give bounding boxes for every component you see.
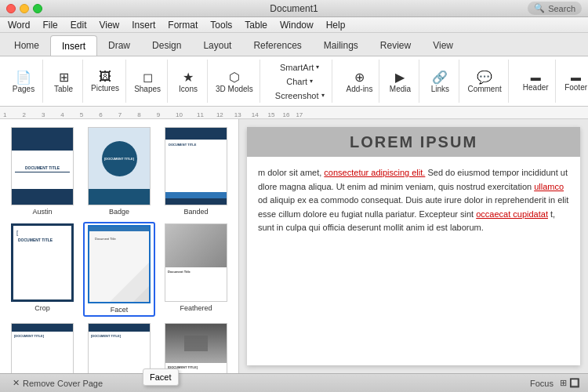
pictures-button[interactable]: 🖼 Pictures [88, 68, 122, 94]
gallery-item-generic2[interactable]: [DOCUMENT TITLE] [83, 321, 155, 373]
toolbar-group-addins: ⊕ Add-ins [340, 60, 380, 103]
generic1-thumb: [DOCUMENT TITLE] [11, 323, 74, 373]
gallery-item-feathered[interactable]: Document Title Feathered [160, 222, 232, 317]
menu-word[interactable]: Word [6, 20, 31, 31]
pages-button[interactable]: 📄 Pages [8, 68, 39, 95]
remove-cover-icon: ✕ [13, 378, 20, 388]
addins-button[interactable]: ⊕ Add-ins [343, 68, 376, 95]
tab-view[interactable]: View [422, 35, 464, 56]
generic2-thumb: [DOCUMENT TITLE] [88, 323, 151, 373]
toolbar-group-3dmodels: ⬡ 3D Models [209, 60, 260, 103]
addins-label: Add-ins [347, 85, 373, 93]
gallery-item-generic3[interactable]: [DOCUMENT TITLE] [160, 321, 232, 373]
doc-page: LOREM IPSUM m dolor sit amet, consectetu… [247, 127, 580, 365]
tab-review[interactable]: Review [369, 35, 422, 56]
icons-button[interactable]: ★ Icons [172, 68, 204, 95]
links-icon: 🔗 [432, 70, 448, 85]
ruler-marks: 1 2 3 4 5 6 7 8 9 10 11 12 13 14 15 16 1… [0, 111, 588, 118]
facet-thumb: Document Title [88, 225, 151, 303]
generic2-body: [DOCUMENT TITLE] [89, 332, 150, 373]
menu-bar: Word File Edit View Insert Format Tools … [0, 17, 588, 33]
fullscreen-button[interactable] [33, 4, 42, 13]
feathered-label: Feathered [180, 304, 212, 312]
footer-label: Footer [564, 83, 587, 92]
header-label: Header [523, 83, 549, 92]
doc-content: m dolor sit amet, consectetur adipiscing… [247, 157, 580, 245]
toolbar-group-shapes: ◻ Shapes [128, 60, 168, 103]
toolbar-group-comment: 💬 Comment [461, 60, 508, 103]
menu-help[interactable]: Help [325, 20, 347, 31]
menu-tools[interactable]: Tools [209, 20, 234, 31]
tooltip-facet: Facet [143, 368, 179, 386]
doc-body-text: m dolor sit amet, consectetur adipiscing… [258, 168, 568, 232]
tab-layout[interactable]: Layout [192, 35, 242, 56]
title-bar: Document1 🔍 Search [0, 0, 588, 17]
generic1-body: [DOCUMENT TITLE] [12, 332, 73, 373]
search-bar[interactable]: 🔍 Search [528, 2, 582, 15]
pictures-icon: 🖼 [99, 70, 111, 84]
screenshot-button[interactable]: Screenshot [271, 89, 328, 102]
gallery-item-banded[interactable]: DOCUMENT TITLE Banded [160, 125, 232, 217]
title-bar-right: 🔍 Search [528, 2, 582, 15]
tab-insert[interactable]: Insert [50, 35, 97, 56]
minimize-button[interactable] [20, 4, 29, 13]
toolbar-group-media: ▶ Media [381, 60, 419, 103]
media-button[interactable]: ▶ Media [384, 68, 416, 95]
smartart-button[interactable]: SmartArt [276, 61, 323, 74]
tab-mailings[interactable]: Mailings [313, 35, 369, 56]
comment-button[interactable]: 💬 Comment [464, 68, 504, 95]
links-button[interactable]: 🔗 Links [424, 68, 456, 95]
menu-file[interactable]: File [41, 20, 59, 31]
header-button[interactable]: ▬ Header [520, 70, 552, 93]
badge-bottom [89, 189, 150, 205]
toolbar-group-footer: ▬ Footer [557, 60, 588, 103]
tab-home[interactable]: Home [3, 35, 50, 56]
badge-thumb: [DOCUMENT TITLE] [88, 127, 151, 205]
menu-table[interactable]: Table [243, 20, 269, 31]
feathered-body: Document Title [165, 267, 227, 301]
chart-button[interactable]: Chart [282, 75, 317, 88]
gallery-grid: DOCUMENT TITLE Austin [DOCUMENT TITLE] [6, 125, 232, 373]
feathered-thumb: Document Title [165, 223, 227, 302]
shapes-label: Shapes [134, 85, 161, 93]
menu-format[interactable]: Format [166, 20, 199, 31]
gallery-item-generic1[interactable]: [DOCUMENT TITLE] [6, 321, 78, 373]
shapes-button[interactable]: ◻ Shapes [131, 68, 164, 95]
menu-view[interactable]: View [97, 20, 121, 31]
gallery-item-badge[interactable]: [DOCUMENT TITLE] Badge [83, 125, 155, 217]
menu-insert[interactable]: Insert [130, 20, 157, 31]
cover-gallery: DOCUMENT TITLE Austin [DOCUMENT TITLE] [0, 119, 239, 373]
gallery-item-facet[interactable]: Document Title Facet [83, 222, 155, 317]
facet-label: Facet [111, 306, 129, 314]
facet-geo-svg [106, 259, 149, 302]
banded-body: DOCUMENT TITLE [165, 140, 227, 192]
menu-window[interactable]: Window [278, 20, 315, 31]
toolbar: 📄 Pages ⊞ Table 🖼 Pictures ◻ Shapes ★ Ic… [0, 56, 588, 107]
tab-design[interactable]: Design [141, 35, 192, 56]
comment-icon: 💬 [477, 70, 492, 85]
search-icon: 🔍 [534, 3, 545, 13]
toolbar-group-pictures: 🖼 Pictures [85, 60, 126, 103]
table-button[interactable]: ⊞ Table [48, 68, 79, 95]
generic3-thumb: [DOCUMENT TITLE] [165, 323, 227, 373]
shapes-icon: ◻ [143, 70, 153, 85]
tab-draw[interactable]: Draw [97, 35, 141, 56]
3dmodels-label: 3D Models [216, 85, 253, 93]
footer-icon: ▬ [571, 71, 581, 83]
pages-label: Pages [13, 85, 34, 93]
footer-button[interactable]: ▬ Footer [561, 70, 588, 93]
pages-icon: 📄 [16, 70, 31, 85]
austin-bottom [12, 189, 73, 205]
gallery-item-austin[interactable]: DOCUMENT TITLE Austin [6, 125, 78, 217]
remove-cover-label: Remove Cover Page [23, 379, 103, 388]
pictures-label: Pictures [91, 84, 119, 93]
close-button[interactable] [6, 4, 16, 13]
toolbar-group-icons: ★ Icons [169, 60, 208, 103]
austin-body: DOCUMENT TITLE [12, 151, 73, 189]
crop-label: Crop [34, 304, 50, 312]
gallery-item-crop[interactable]: [ DOCUMENT TITLE Crop [6, 222, 78, 317]
3dmodels-button[interactable]: ⬡ 3D Models [212, 68, 256, 95]
menu-edit[interactable]: Edit [69, 20, 89, 31]
tab-references[interactable]: References [242, 35, 312, 56]
remove-cover-button[interactable]: ✕ Remove Cover Page [8, 376, 107, 390]
